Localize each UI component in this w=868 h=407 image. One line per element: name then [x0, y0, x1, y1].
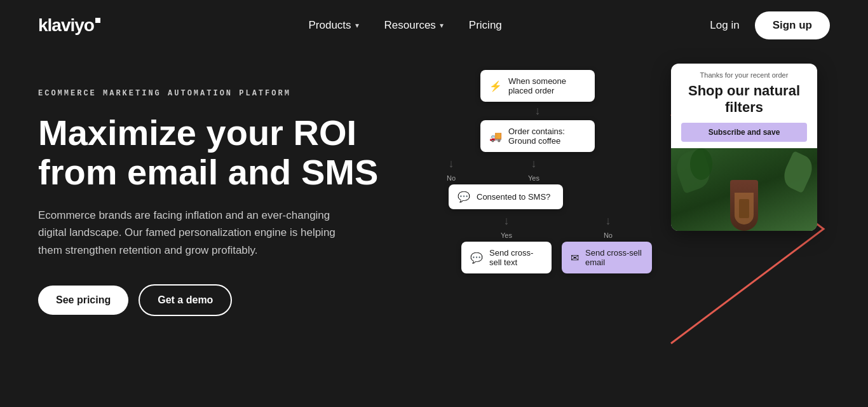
- hero-left: ECOMMERCE MARKETING AUTOMATION PLATFORM …: [38, 76, 378, 316]
- label-no: No: [447, 174, 456, 182]
- hero-eyebrow: ECOMMERCE MARKETING AUTOMATION PLATFORM: [38, 89, 378, 98]
- cta-buttons: See pricing Get a demo: [38, 284, 378, 316]
- see-pricing-button[interactable]: See pricing: [38, 286, 128, 315]
- label-yes: Yes: [528, 174, 539, 182]
- trigger-icon: ⚡: [489, 80, 502, 92]
- chevron-down-icon: ▾: [355, 21, 359, 30]
- get-demo-button[interactable]: Get a demo: [139, 284, 232, 316]
- nav-center: Products ▾ Resources ▾ Pricing: [308, 19, 501, 32]
- label-yes2: Yes: [501, 231, 512, 239]
- logo-icon: [95, 18, 100, 23]
- arrow-icon: ↓: [531, 157, 537, 170]
- sms-icon: 💬: [458, 191, 470, 203]
- logo[interactable]: klaviyo: [38, 15, 100, 36]
- email-card-cta[interactable]: Subscribe and save: [681, 123, 807, 142]
- signup-button[interactable]: Sign up: [755, 11, 830, 39]
- navbar: klaviyo Products ▾ Resources ▾ Pricing L…: [0, 0, 868, 51]
- arrow-icon: ↓: [449, 157, 454, 170]
- flow-node-send-email: ✉ Send cross-sell email: [562, 242, 652, 273]
- email-card-image: [671, 148, 817, 231]
- nav-right: Log in Sign up: [710, 11, 830, 39]
- hero-subtitle: Ecommerce brands are facing inflation an…: [38, 207, 343, 259]
- chevron-down-icon: ▾: [440, 21, 444, 30]
- hero-right: ⚡ When someone placed order ↓ 🚚 Order co…: [410, 51, 868, 407]
- hero-title: Maximize your ROI from email and SMS: [38, 113, 378, 191]
- flow-node-condition1: 🚚 Order contains: Ground coffee: [480, 120, 595, 152]
- email-card-title: Shop our natural filters: [671, 83, 817, 123]
- main-content: ECOMMERCE MARKETING AUTOMATION PLATFORM …: [0, 51, 868, 407]
- flow-node-send-text: 💬 Send cross-sell text: [461, 242, 552, 273]
- logo-text: klaviyo: [38, 15, 94, 36]
- arrow-icon: ↓: [423, 104, 652, 118]
- text-icon: 💬: [470, 252, 483, 264]
- nav-resources[interactable]: Resources ▾: [384, 19, 444, 32]
- arrow-icon: ↓: [503, 214, 509, 228]
- nav-pricing[interactable]: Pricing: [469, 19, 502, 32]
- arrow-icon: ↓: [605, 214, 611, 228]
- order-icon: 🚚: [489, 130, 502, 142]
- email-card-header: Thanks for your recent order: [671, 64, 817, 83]
- flow-node-trigger: ⚡ When someone placed order: [480, 70, 595, 102]
- nav-products[interactable]: Products ▾: [308, 19, 358, 32]
- flow-node-condition2: 💬 Consented to SMS?: [449, 184, 563, 209]
- email-icon: ✉: [571, 252, 579, 264]
- flow-diagram: ⚡ When someone placed order ↓ 🚚 Order co…: [423, 70, 652, 273]
- email-preview-card: Thanks for your recent order Shop our na…: [671, 64, 817, 231]
- label-no2: No: [604, 231, 613, 239]
- login-button[interactable]: Log in: [710, 19, 739, 32]
